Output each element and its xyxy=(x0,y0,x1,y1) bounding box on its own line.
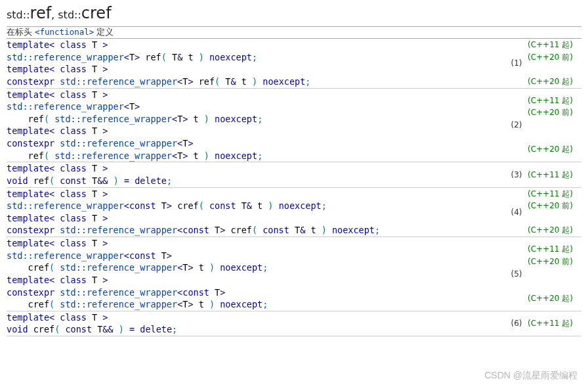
decl-since-2: (C++11 起) (C++20 前) (C++20 起) xyxy=(528,88,581,162)
decl-since-5: (C++11 起) (C++20 前) (C++20 起) xyxy=(528,237,581,311)
decl-row-5: template< class T > std::reference_wrapp… xyxy=(7,237,581,311)
decl-row-1: template< class T > std::reference_wrapp… xyxy=(7,39,581,89)
decl-num-5: (5) xyxy=(505,237,528,311)
decl-code-4: template< class T > std::reference_wrapp… xyxy=(7,187,505,237)
decl-since-1: (C++11 起) (C++20 前) (C++20 起) xyxy=(528,39,581,89)
decl-since-4: (C++11 起) (C++20 前) (C++20 起) xyxy=(528,187,581,237)
decl-since-6: (C++11 起) xyxy=(528,311,581,336)
decl-code-2: template< class T > std::reference_wrapp… xyxy=(7,88,505,162)
decl-since-3: (C++11 起) xyxy=(528,162,581,187)
decl-num-2: (2) xyxy=(505,88,528,162)
decl-row-4: template< class T > std::reference_wrapp… xyxy=(7,187,581,237)
header-definition: 在标头 <functional> 定义 xyxy=(7,27,581,39)
decl-code-3: template< class T > void ref( const T&& … xyxy=(7,162,505,187)
decl-num-4: (4) xyxy=(505,187,528,237)
decl-row-2: template< class T > std::reference_wrapp… xyxy=(7,88,581,162)
decl-num-1: (1) xyxy=(505,39,528,89)
decl-row-3: template< class T > void ref( const T&& … xyxy=(7,162,581,187)
decl-code-6: template< class T > void cref( const T&&… xyxy=(7,311,505,336)
decl-row-6: template< class T > void cref( const T&&… xyxy=(7,311,581,336)
decl-code-5: template< class T > std::reference_wrapp… xyxy=(7,237,505,311)
declarations-table: 在标头 <functional> 定义 template< class T > … xyxy=(7,26,581,336)
page-title: std::ref, std::cref xyxy=(7,4,581,22)
decl-code-1: template< class T > std::reference_wrapp… xyxy=(7,39,505,89)
decl-num-3: (3) xyxy=(505,162,528,187)
decl-num-6: (6) xyxy=(505,311,528,336)
